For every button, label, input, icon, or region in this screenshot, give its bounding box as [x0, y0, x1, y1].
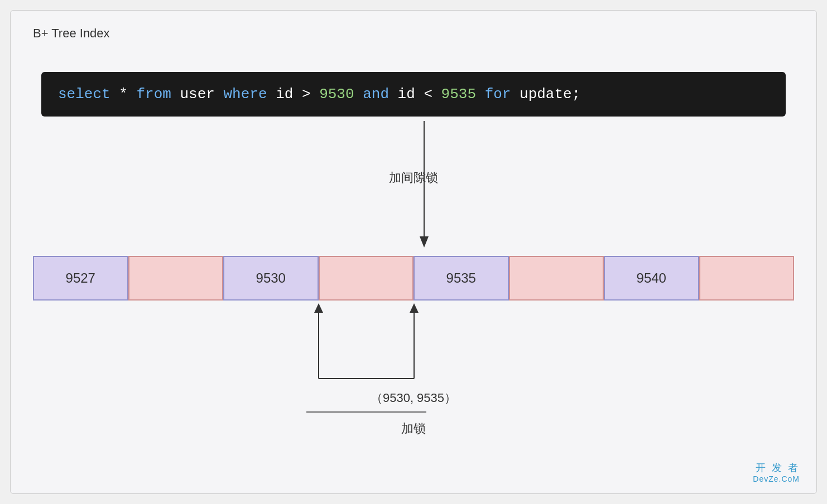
cell-gap1	[128, 256, 224, 301]
gap-lock-label: 加间隙锁	[389, 169, 438, 186]
main-container: B+ Tree Index select * from user where i…	[10, 10, 817, 494]
sql-and: and	[363, 86, 389, 103]
watermark: 开 发 者 DevZe.CoM	[753, 461, 800, 483]
watermark-bottom: DevZe.CoM	[753, 474, 800, 483]
cell-gap2	[509, 256, 604, 301]
sql-val2: 9535	[441, 86, 476, 103]
cell-9535: 9535	[414, 256, 509, 301]
sql-for: for	[485, 86, 511, 103]
watermark-top: 开 发 者	[753, 461, 800, 474]
sql-from: from	[136, 86, 171, 103]
sql-table: user	[180, 86, 223, 103]
page-title: B+ Tree Index	[33, 26, 110, 41]
cell-gap3	[699, 256, 795, 301]
sql-cond2: id <	[398, 86, 441, 103]
cell-gap-highlight	[319, 256, 414, 301]
svg-marker-7	[410, 303, 419, 313]
range-label: （9530, 9535）	[371, 390, 456, 406]
cell-9527: 9527	[33, 256, 128, 301]
cell-9540: 9540	[604, 256, 699, 301]
sql-block: select * from user where id > 9530 and i…	[41, 72, 786, 117]
svg-marker-1	[420, 236, 429, 248]
cell-9530: 9530	[223, 256, 319, 301]
sql-star: *	[119, 86, 136, 103]
sql-select: select	[58, 86, 110, 103]
sql-val1: 9530	[319, 86, 354, 103]
tree-row: 9527 9530 9535 9540	[33, 256, 794, 301]
sql-where: where	[224, 86, 267, 103]
svg-marker-6	[314, 303, 323, 313]
lock-label: 加锁	[401, 420, 426, 437]
sql-cond1: id >	[276, 86, 319, 103]
sql-update: update;	[520, 86, 580, 103]
